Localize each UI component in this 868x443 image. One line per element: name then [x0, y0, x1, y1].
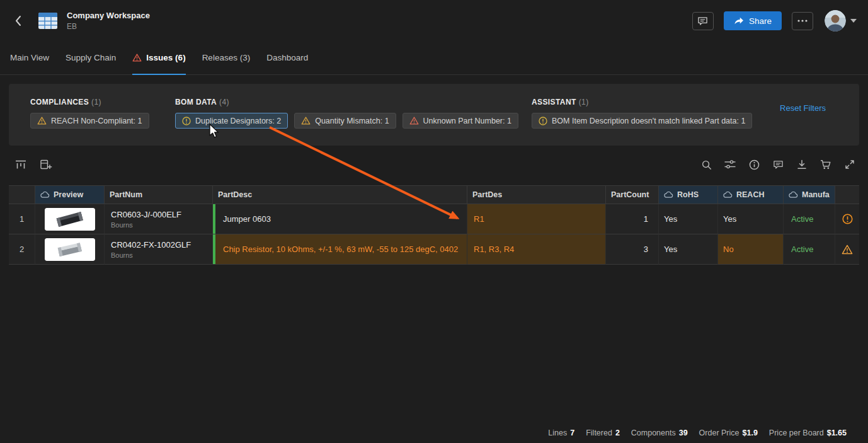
- group-count: (1): [579, 98, 589, 106]
- chip-quantity-mismatch[interactable]: Quantity Mismatch: 1: [294, 113, 396, 129]
- header-rohs[interactable]: RoHS: [659, 186, 718, 204]
- part-photo: [45, 208, 95, 231]
- issues-warning-icon: [132, 54, 142, 62]
- tab-releases[interactable]: Releases (3): [202, 42, 251, 75]
- stat-filtered: Filtered2: [586, 429, 620, 437]
- part-desc-text: Chip Resistor, 10 kOhms, +/-1 %, 63 mW, …: [223, 245, 458, 254]
- designators-cell[interactable]: R1: [467, 204, 606, 234]
- header-label: PartCount: [611, 190, 649, 199]
- row-number: 2: [9, 234, 35, 265]
- header-label: RoHS: [677, 190, 699, 199]
- expand-icon[interactable]: [843, 158, 857, 171]
- part-photo: [45, 238, 95, 261]
- designators-cell[interactable]: R1, R3, R4: [467, 234, 606, 265]
- filter-group-title: ASSISTANT(1): [532, 98, 589, 106]
- header-label: PartNum: [110, 190, 142, 199]
- user-avatar[interactable]: [825, 10, 846, 32]
- back-button[interactable]: [11, 14, 25, 28]
- lifecycle-cell: Active: [784, 204, 835, 234]
- header-row-number: [9, 186, 35, 204]
- part-desc-cell[interactable]: Jumper 0603: [213, 204, 467, 234]
- chips-row: BOM Item Description doesn't match linke…: [532, 113, 752, 129]
- table-row[interactable]: 2 CR0402-FX-1002GLF Bourns Chip Resistor…: [9, 234, 859, 265]
- warning-triangle-icon: [301, 117, 311, 125]
- info-icon[interactable]: [747, 158, 761, 171]
- row-issue-status[interactable]: [835, 234, 859, 265]
- header-partdesc[interactable]: PartDesc: [213, 186, 467, 204]
- stat-label: Price per Board: [769, 429, 824, 437]
- share-button[interactable]: Share: [724, 11, 782, 30]
- reach-cell: No: [718, 234, 784, 265]
- header-issue-status: [835, 186, 859, 204]
- chip-label: REACH Non-Compliant: 1: [51, 117, 142, 125]
- header-preview[interactable]: Preview: [35, 186, 105, 204]
- header-label: PartDesc: [218, 190, 252, 199]
- cloud-icon: [664, 192, 673, 198]
- workspace-subtitle: EB: [67, 22, 150, 31]
- part-number: CR0402-FX-1002GLF: [111, 240, 191, 250]
- chip-bom-description-mismatch[interactable]: BOM Item Description doesn't match linke…: [532, 113, 752, 129]
- add-line-icon[interactable]: [39, 158, 53, 171]
- header-reach[interactable]: REACH: [718, 186, 784, 204]
- chip-unknown-part-number[interactable]: Unknown Part Number: 1: [403, 113, 518, 129]
- header-partnum[interactable]: PartNum: [105, 186, 213, 204]
- search-icon[interactable]: [699, 158, 713, 171]
- tab-issues[interactable]: Issues (6): [132, 42, 185, 75]
- header-partdes[interactable]: PartDes: [467, 186, 606, 204]
- cart-icon[interactable]: [819, 158, 833, 171]
- status-bar: Lines7 Filtered2 Components39 Order Pric…: [548, 429, 847, 437]
- warning-circle-icon: [539, 117, 547, 125]
- stat-value: 7: [570, 429, 574, 437]
- part-desc-cell[interactable]: Chip Resistor, 10 kOhms, +/-1 %, 63 mW, …: [213, 234, 467, 265]
- stat-price-per-board: Price per Board$1.65: [769, 429, 847, 437]
- part-preview-cell[interactable]: [35, 234, 105, 265]
- comments-button[interactable]: [692, 12, 714, 30]
- tab-label: Releases (3): [202, 53, 251, 62]
- columns-config-icon[interactable]: [14, 158, 28, 171]
- back-chevron-icon: [14, 15, 22, 26]
- cloud-icon: [723, 192, 733, 198]
- group-title-text: ASSISTANT: [532, 98, 576, 106]
- chip-reach-non-compliant[interactable]: REACH Non-Compliant: 1: [30, 113, 149, 129]
- stat-lines: Lines7: [548, 429, 574, 437]
- user-menu-chevron-icon[interactable]: [850, 19, 857, 23]
- sliders-icon[interactable]: [723, 158, 737, 171]
- more-options-button[interactable]: [792, 12, 813, 30]
- workspace-name: Company Workspace: [67, 11, 150, 20]
- share-label: Share: [749, 16, 772, 26]
- reset-filters-link[interactable]: Reset Filters: [780, 103, 826, 113]
- stat-value: $1.65: [827, 429, 847, 437]
- part-number-cell[interactable]: CR0402-FX-1002GLF Bourns: [105, 234, 213, 265]
- stat-label: Lines: [548, 429, 567, 437]
- group-count: (4): [219, 98, 229, 106]
- tab-supply-chain[interactable]: Supply Chain: [66, 42, 116, 75]
- toolbar-left: [14, 158, 53, 171]
- stat-value: 2: [615, 429, 620, 437]
- chip-label: Unknown Part Number: 1: [423, 117, 511, 125]
- part-manufacturer: Bourns: [111, 221, 133, 229]
- chips-row: Duplicate Designators: 2 Quantity Mismat…: [175, 113, 518, 129]
- managed-part-indicator: [213, 204, 215, 234]
- group-title-text: COMPLIANCES: [30, 98, 89, 106]
- tab-bar: Main View Supply Chain Issues (6) Releas…: [0, 42, 868, 75]
- lifecycle-cell: Active: [784, 234, 835, 265]
- header-manufacturer[interactable]: Manufa: [784, 186, 835, 204]
- warning-circle-icon: [842, 214, 853, 224]
- part-preview-cell[interactable]: [35, 204, 105, 234]
- rohs-cell: Yes: [659, 234, 718, 265]
- table-row[interactable]: 1 CR0603-J/-000ELF Bourns Jumper 0603 R1…: [9, 204, 859, 234]
- header-partcount[interactable]: PartCount: [606, 186, 659, 204]
- workspace-logo-icon[interactable]: [38, 12, 58, 30]
- row-issue-status[interactable]: [835, 204, 859, 234]
- warning-circle-icon: [182, 117, 191, 125]
- reach-cell: Yes: [718, 204, 784, 234]
- table-header-row: Preview PartNum PartDesc PartDes PartCou…: [9, 185, 859, 204]
- download-icon[interactable]: [795, 158, 809, 171]
- chip-duplicate-designators[interactable]: Duplicate Designators: 2: [175, 113, 288, 129]
- group-count: (1): [91, 98, 101, 106]
- tab-dashboard[interactable]: Dashboard: [266, 42, 308, 75]
- part-number-cell[interactable]: CR0603-J/-000ELF Bourns: [105, 204, 213, 234]
- tab-main-view[interactable]: Main View: [10, 42, 49, 75]
- comment-icon[interactable]: [771, 158, 785, 171]
- comment-icon: [697, 16, 708, 26]
